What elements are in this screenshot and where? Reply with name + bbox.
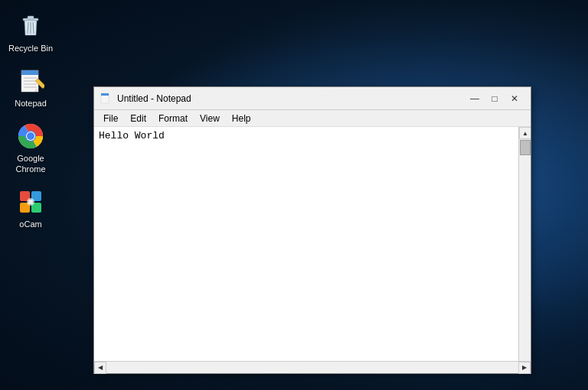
svg-point-16 — [27, 132, 34, 140]
chrome-icon — [15, 121, 46, 151]
menu-edit[interactable]: Edit — [124, 112, 152, 125]
desktop: Recycle Bin No — [0, 0, 588, 390]
scroll-right-arrow[interactable]: ▶ — [518, 362, 531, 374]
notepad-icon-container[interactable]: Notepad — [3, 63, 58, 112]
recycle-bin-label: Recycle Bin — [8, 44, 53, 54]
ocam-icon-container[interactable]: oCam — [3, 184, 58, 232]
close-button[interactable]: ✕ — [505, 89, 524, 109]
svg-point-22 — [28, 200, 33, 204]
menu-bar: File Edit Format View Help — [94, 110, 531, 127]
scrollbar-horizontal[interactable]: ◀ ▶ — [94, 361, 531, 373]
notepad-content-area: Hello World ▲ — [94, 127, 531, 361]
chrome-icon-container[interactable]: Google Chrome — [3, 118, 58, 177]
scroll-track-horizontal — [106, 362, 518, 373]
maximize-button[interactable]: □ — [485, 89, 505, 109]
recycle-bin-icon-container[interactable]: Recycle Bin — [3, 8, 58, 57]
menu-file[interactable]: File — [97, 112, 124, 125]
svg-rect-24 — [101, 93, 109, 96]
svg-rect-6 — [21, 70, 38, 75]
ocam-icon — [15, 187, 46, 217]
recycle-bin-icon — [15, 11, 46, 41]
window-controls: — □ ✕ — [465, 89, 524, 109]
desktop-icons-area: Recycle Bin No — [0, 0, 61, 240]
scrollbar-vertical[interactable]: ▲ — [518, 127, 531, 361]
menu-view[interactable]: View — [194, 112, 226, 125]
menu-format[interactable]: Format — [152, 112, 194, 125]
chrome-label: Google Chrome — [6, 154, 55, 174]
scroll-thumb-vertical[interactable] — [520, 140, 531, 155]
minimize-button[interactable]: — — [465, 89, 485, 109]
notepad-window: Untitled - Notepad — □ ✕ File Edit Forma… — [93, 86, 531, 374]
notepad-label: Notepad — [15, 99, 47, 109]
ocam-label: oCam — [19, 219, 41, 229]
notepad-window-icon — [100, 93, 113, 105]
svg-rect-1 — [28, 16, 34, 19]
window-title: Untitled - Notepad — [117, 93, 465, 104]
scroll-up-arrow[interactable]: ▲ — [519, 127, 531, 139]
menu-help[interactable]: Help — [226, 112, 257, 125]
notepad-icon — [15, 66, 46, 96]
scroll-left-arrow[interactable]: ◀ — [94, 362, 106, 374]
notepad-textarea[interactable]: Hello World — [94, 127, 531, 361]
title-bar[interactable]: Untitled - Notepad — □ ✕ — [94, 87, 531, 110]
